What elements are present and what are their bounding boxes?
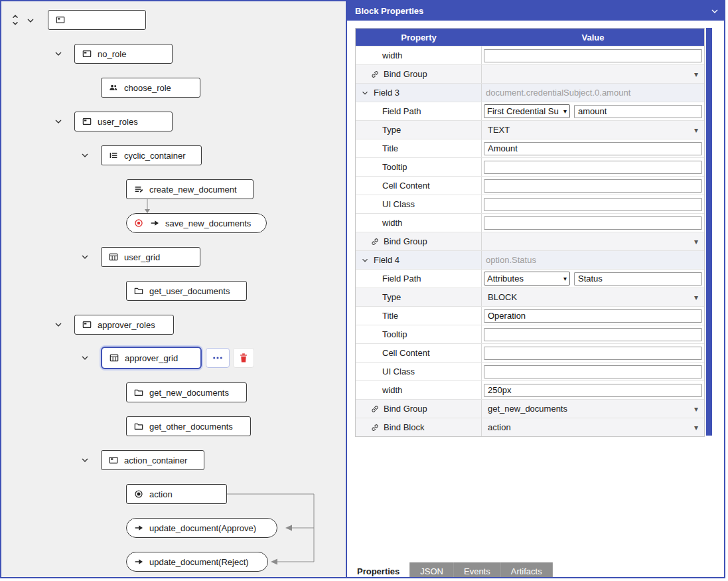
- cell-content-input[interactable]: [484, 347, 702, 360]
- chevron-down-icon[interactable]: [53, 319, 64, 330]
- tab-artifacts[interactable]: Artifacts: [501, 562, 552, 578]
- field-path-input[interactable]: [574, 105, 702, 118]
- scrollbar-thumb[interactable]: [706, 28, 712, 436]
- table-row-tooltip: Tooltip: [356, 157, 704, 176]
- chevron-down-icon[interactable]: [53, 48, 64, 59]
- tree-node-root[interactable]: [48, 10, 146, 30]
- table-row-title: Title: [356, 306, 704, 325]
- tooltip-input[interactable]: [484, 328, 702, 341]
- folder-icon: [133, 286, 144, 296]
- send-icon: [149, 218, 160, 228]
- table-scrollbar[interactable]: [706, 28, 712, 436]
- table-row-field-path: Field Path Attributes▾: [356, 269, 704, 288]
- chevron-down-icon[interactable]: [25, 15, 36, 26]
- tree-node-user_grid[interactable]: user_grid: [101, 247, 200, 267]
- page-icon: [108, 455, 119, 465]
- group-label: Field 3: [374, 88, 400, 98]
- select-arrow-icon: ▾: [563, 108, 567, 115]
- cell-content-input[interactable]: [484, 179, 702, 193]
- table-row-field-path: Field Path First Credential Su▾: [356, 102, 704, 120]
- link-icon: [370, 70, 380, 79]
- type-select[interactable]: TEXT▾: [484, 121, 702, 139]
- delete-node-button[interactable]: [233, 348, 254, 368]
- ui-class-input[interactable]: [484, 365, 702, 378]
- caret-down-icon: ▾: [694, 70, 698, 79]
- tab-properties[interactable]: Properties: [347, 562, 409, 578]
- more-options-button[interactable]: [206, 348, 230, 368]
- caret-down-icon: ▾: [694, 423, 698, 432]
- width-input[interactable]: [484, 384, 702, 397]
- tree-node-get_user_documents[interactable]: get_user_documents: [126, 281, 247, 301]
- tree-node-label: save_new_documents: [165, 218, 251, 228]
- caret-down-icon: ▾: [694, 237, 698, 246]
- field-path-select[interactable]: Attributes▾: [484, 272, 570, 286]
- property-label: Title: [382, 143, 398, 153]
- property-label: width: [382, 50, 402, 60]
- bind-group-select[interactable]: ▾: [484, 65, 702, 83]
- table-row-width: width: [356, 380, 704, 399]
- table-row-tooltip: Tooltip: [356, 325, 704, 343]
- tab-json[interactable]: JSON: [410, 562, 453, 578]
- tab-events[interactable]: Events: [454, 562, 500, 578]
- title-input[interactable]: [484, 142, 702, 155]
- chevron-down-icon[interactable]: [360, 256, 370, 265]
- tree-node-update_document_approve[interactable]: update_document(Approve): [126, 518, 277, 538]
- tree-node-get_new_documents[interactable]: get_new_documents: [126, 382, 247, 402]
- tree-node-label: update_document(Reject): [149, 557, 249, 567]
- chevron-down-icon[interactable]: [80, 455, 90, 465]
- tree-node-get_other_documents[interactable]: get_other_documents: [126, 416, 251, 436]
- page-icon: [82, 48, 92, 59]
- chevron-down-icon[interactable]: [80, 150, 90, 161]
- tree-node-label: action: [149, 489, 173, 499]
- tree-node-approver_grid[interactable]: approver_grid: [101, 347, 202, 369]
- tree-node-user_roles[interactable]: user_roles: [74, 112, 173, 131]
- type-select[interactable]: BLOCK▾: [484, 288, 702, 306]
- page-icon: [82, 319, 92, 330]
- tree-node-create_new_document[interactable]: create_new_document: [126, 179, 254, 199]
- property-label: Bind Group: [384, 69, 427, 79]
- title-input[interactable]: [484, 309, 702, 323]
- bind-group-select[interactable]: get_new_documents▾: [484, 400, 702, 418]
- field-path-select[interactable]: First Credential Su▾: [484, 104, 570, 118]
- tree-node-label: create_new_document: [149, 185, 237, 195]
- tree-node-approver_roles[interactable]: approver_roles: [74, 315, 174, 335]
- field-path-input[interactable]: [574, 272, 702, 286]
- table-row-bind-group: Bind Group ▾: [356, 64, 704, 83]
- chevron-down-icon[interactable]: [80, 252, 90, 262]
- bind-group-select[interactable]: ▾: [484, 232, 702, 250]
- ui-class-input[interactable]: [484, 198, 702, 211]
- property-label: Field Path: [382, 106, 421, 116]
- caret-down-icon: ▾: [694, 404, 698, 414]
- panel-header: Block Properties: [347, 1, 725, 21]
- width-input[interactable]: [484, 49, 702, 62]
- table-header: Property Value: [356, 29, 704, 46]
- tree-node-action[interactable]: action: [126, 484, 227, 504]
- bind-block-select[interactable]: action▾: [484, 418, 702, 436]
- tree-node-no_role[interactable]: no_role: [74, 44, 173, 64]
- caret-down-icon: ▾: [694, 293, 698, 302]
- chevron-down-icon[interactable]: [80, 353, 90, 363]
- property-label: width: [382, 385, 402, 395]
- link-icon: [370, 423, 380, 432]
- width-input[interactable]: [484, 216, 702, 230]
- tree-node-label: approver_grid: [125, 353, 178, 363]
- tree-node-save_new_documents[interactable]: save_new_documents: [126, 213, 267, 233]
- tree-node-action_container[interactable]: action_container: [101, 450, 204, 470]
- tree-node-update_document_reject[interactable]: update_document(Reject): [126, 552, 268, 572]
- chevron-down-icon[interactable]: [360, 88, 370, 98]
- expand-collapse-all-icon[interactable]: [9, 14, 21, 26]
- property-label: Cell Content: [382, 348, 430, 358]
- tooltip-input[interactable]: [484, 161, 702, 174]
- tree-node-cyclic_container[interactable]: cyclic_container: [101, 145, 202, 165]
- grid-icon: [108, 252, 119, 262]
- collapse-panel-icon[interactable]: [709, 6, 720, 17]
- tree-node-choose_role[interactable]: choose_role: [101, 78, 200, 98]
- table-row-field-3: Field 3 document.credentialSubject.0.amo…: [356, 83, 704, 102]
- table-row-width: width: [356, 213, 704, 232]
- record-icon: [133, 218, 144, 228]
- list-edit-icon: [133, 184, 144, 195]
- table-row-bind-group: Bind Group ▾: [356, 232, 704, 250]
- property-label: Title: [382, 311, 398, 321]
- chevron-down-icon[interactable]: [53, 116, 64, 127]
- caret-down-icon: ▾: [694, 125, 698, 135]
